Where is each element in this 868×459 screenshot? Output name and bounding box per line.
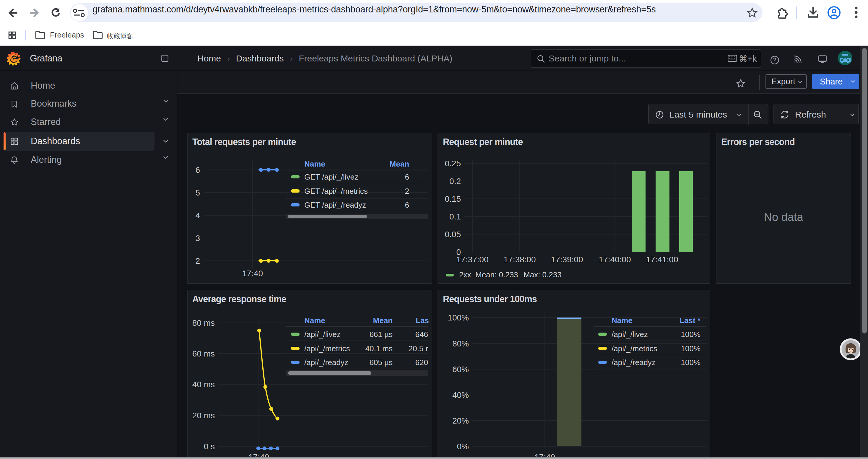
svg-text:0.15: 0.15 bbox=[445, 194, 461, 203]
svg-text:17:37:00: 17:37:00 bbox=[457, 255, 489, 264]
svg-text:3: 3 bbox=[195, 234, 200, 243]
svg-text:0.2: 0.2 bbox=[450, 177, 461, 186]
svg-text:0 s: 0 s bbox=[204, 442, 215, 451]
svg-text:40 ms: 40 ms bbox=[192, 380, 215, 389]
svg-text:5: 5 bbox=[195, 188, 200, 197]
svg-text:17:40: 17:40 bbox=[242, 269, 263, 278]
svg-text:2xx: 2xx bbox=[459, 270, 471, 279]
svg-text:0.05: 0.05 bbox=[445, 230, 461, 239]
svg-text:40%: 40% bbox=[452, 391, 469, 400]
svg-text:20 ms: 20 ms bbox=[192, 411, 215, 420]
svg-text:80%: 80% bbox=[452, 339, 469, 348]
svg-text:6: 6 bbox=[195, 165, 200, 174]
svg-text:Max: 0.233: Max: 0.233 bbox=[524, 270, 562, 279]
svg-text:60%: 60% bbox=[452, 365, 469, 374]
svg-text:100%: 100% bbox=[447, 313, 469, 322]
svg-text:60 ms: 60 ms bbox=[192, 349, 215, 358]
svg-text:Mean: 0.233: Mean: 0.233 bbox=[475, 270, 518, 279]
svg-text:0.25: 0.25 bbox=[445, 159, 461, 168]
svg-text:80 ms: 80 ms bbox=[192, 319, 215, 328]
svg-text:17:39:00: 17:39:00 bbox=[551, 255, 583, 264]
svg-text:2: 2 bbox=[195, 256, 200, 266]
svg-text:17:41:00: 17:41:00 bbox=[646, 255, 678, 264]
svg-text:20%: 20% bbox=[452, 416, 469, 425]
svg-text:0%: 0% bbox=[457, 442, 469, 451]
svg-text:17:38:00: 17:38:00 bbox=[504, 255, 536, 264]
svg-text:17:40:00: 17:40:00 bbox=[599, 255, 631, 264]
svg-text:0.1: 0.1 bbox=[450, 212, 461, 221]
svg-text:4: 4 bbox=[195, 211, 200, 220]
